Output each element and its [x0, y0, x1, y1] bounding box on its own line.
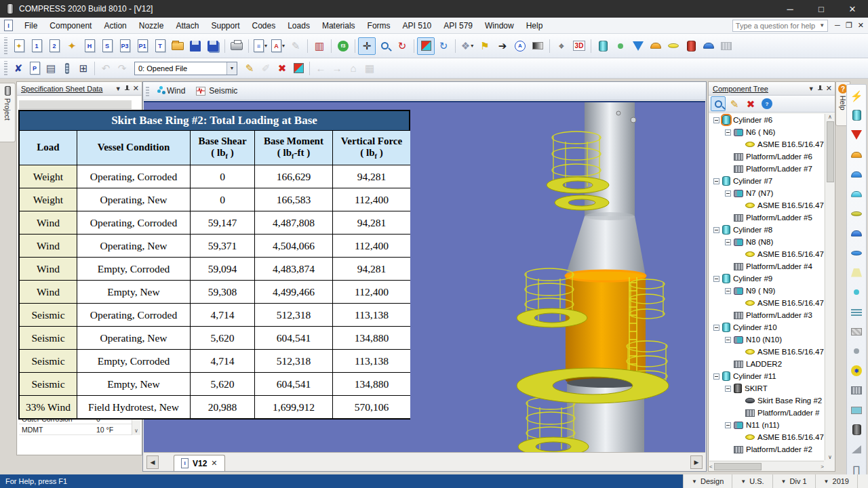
torispherical-head-icon[interactable] — [848, 147, 865, 162]
tree-vertical-scrollbar[interactable]: ∧ ∨ — [825, 114, 835, 460]
tree-expander-icon[interactable] — [713, 325, 719, 331]
stud-bolt-button[interactable] — [59, 60, 75, 77]
add-impeller-button[interactable] — [700, 37, 717, 55]
tree-item-platform-ladder-7[interactable]: Platform/Ladder #7 — [709, 163, 824, 175]
pin-icon[interactable] — [818, 85, 823, 92]
pin-icon[interactable] — [125, 85, 130, 92]
open-file-button[interactable] — [169, 37, 186, 55]
view-3d-button[interactable]: 3D — [570, 37, 588, 55]
flat-disc-icon[interactable] — [848, 245, 865, 260]
tree-item-cylinder-7[interactable]: Cylinder #7 — [709, 175, 824, 187]
chevron-down-icon[interactable]: ▼ — [226, 62, 237, 75]
child-restore-button[interactable]: ❐ — [846, 21, 852, 30]
view-cube-button[interactable]: ❖▾ — [458, 37, 476, 55]
design-wizard-button[interactable]: ✦ — [63, 37, 81, 55]
tab-scroll-left-button[interactable]: ◀ — [146, 455, 159, 469]
tree-expander-icon[interactable] — [725, 129, 731, 136]
flanged-ring-icon[interactable] — [848, 285, 865, 300]
child-minimize-button[interactable]: ─ — [835, 21, 840, 30]
tree-item-cylinder-9[interactable]: Cylinder #9 — [709, 272, 824, 285]
rotate-button[interactable]: ↻ — [393, 37, 411, 55]
panel-close-icon[interactable]: ✕ — [826, 84, 832, 93]
tree-item-n7-n7-[interactable]: N7 (N7) — [709, 187, 824, 199]
f3-run-button[interactable]: f3 — [334, 37, 352, 55]
tree-delete-button[interactable]: ✖ — [743, 96, 758, 111]
panel-menu-icon[interactable]: ▼ — [808, 85, 814, 92]
tab-wind[interactable]: Wind — [152, 84, 191, 98]
menu-loads[interactable]: Loads — [281, 19, 316, 33]
minimize-button[interactable]: ─ — [774, 0, 806, 18]
edit-pencil-button[interactable]: ✎ — [241, 60, 258, 77]
menu-forms[interactable]: Forms — [361, 19, 397, 33]
tree-item-cylinder-11[interactable]: Cylinder #11 — [709, 370, 824, 382]
scrollbar-thumb[interactable] — [827, 121, 834, 182]
elliptical-head-icon[interactable] — [848, 167, 865, 182]
tree-expander-icon[interactable] — [713, 276, 719, 282]
insert-flag-button[interactable] — [290, 60, 307, 77]
spec-row-mdmt[interactable]: MDMT10 °F — [19, 424, 132, 435]
doc-p3-button[interactable]: P3 — [116, 37, 134, 55]
menu-api-510[interactable]: API 510 — [397, 19, 438, 33]
menu-help[interactable]: Help — [520, 19, 549, 33]
scrollbar-thumb[interactable] — [714, 463, 762, 470]
tree-item-asme-b16-5-16-47[interactable]: ASME B16.5/16.47 — [709, 199, 824, 211]
tree-item-n8-n8-[interactable]: N8 (N8) — [709, 236, 824, 248]
redo-button[interactable]: ↷ — [114, 60, 130, 77]
add-head-button[interactable] — [647, 37, 665, 55]
edit-report-button[interactable]: ✎ — [287, 37, 304, 55]
tree-item-cylinder-10[interactable]: Cylinder #10 — [709, 321, 824, 333]
tree-item-platform-ladder-5[interactable]: Platform/Ladder #5 — [709, 211, 824, 224]
tree-item-n10-n10-[interactable]: N10 (N10) — [709, 333, 824, 346]
menu-file[interactable]: File — [18, 19, 43, 33]
home-button[interactable]: ⌂ — [345, 60, 361, 77]
status-segment-u-s-[interactable]: ▼U.S. — [732, 474, 772, 488]
menu-support[interactable]: Support — [205, 19, 245, 33]
tree-search-button[interactable] — [711, 96, 726, 111]
save-button[interactable] — [186, 37, 204, 55]
tree-item-asme-b16-5-16-47[interactable]: ASME B16.5/16.47 — [709, 297, 824, 309]
document-tab-v12[interactable]: I V12 ✕ — [174, 455, 225, 471]
undo-button[interactable]: ↶ — [98, 60, 114, 77]
support-skirt-icon[interactable] — [848, 422, 865, 437]
tree-item-asme-b16-5-16-47[interactable]: ASME B16.5/16.47 — [709, 346, 824, 358]
bolted-flange-icon[interactable]: ✱ — [848, 363, 865, 378]
shading-button[interactable] — [529, 37, 547, 55]
tab-scroll-right-button[interactable]: ▶ — [690, 455, 703, 469]
tree-item-cylinder-8[interactable]: Cylinder #8 — [709, 224, 824, 236]
pan-button[interactable]: ✛ — [358, 37, 376, 55]
solid-model-button[interactable]: ▥ — [311, 37, 328, 55]
add-flange-button[interactable] — [665, 37, 682, 55]
tree-item-platform-ladder-4[interactable]: Platform/Ladder #4 — [709, 260, 824, 272]
page-2-button[interactable]: 2 — [45, 37, 63, 55]
menu-window[interactable]: Window — [479, 19, 520, 33]
hemispherical-head-icon[interactable] — [848, 186, 865, 201]
properties-doc-button[interactable]: P — [26, 60, 43, 77]
add-cone-button[interactable] — [629, 37, 647, 55]
flat-head-icon[interactable] — [848, 206, 865, 221]
datasheet-button[interactable]: ▤ — [43, 60, 59, 77]
add-cylinder-button[interactable] — [594, 37, 612, 55]
add-nozzle-button[interactable] — [682, 37, 700, 55]
scroll-left-icon[interactable]: < — [709, 464, 713, 470]
status-segment-design[interactable]: ▼Design — [683, 474, 732, 488]
panel-menu-icon[interactable]: ▼ — [115, 85, 121, 92]
new-vessel-button[interactable]: ✦ — [10, 37, 28, 55]
export-grid-button[interactable]: ⊞ — [75, 60, 92, 77]
tree-item-n9-n9-[interactable]: N9 ( N9) — [709, 285, 824, 297]
maximize-button[interactable]: □ — [806, 0, 837, 18]
menu-attach[interactable]: Attach — [170, 19, 205, 33]
tree-help-button[interactable]: ? — [760, 96, 774, 111]
menu-api-579[interactable]: API 579 — [437, 19, 479, 33]
tree-horizontal-scrollbar[interactable]: < > — [709, 461, 824, 471]
vessel-orientation-button[interactable]: ⌖ — [553, 37, 570, 55]
measure-button[interactable] — [417, 37, 435, 55]
add-elbow-button[interactable] — [612, 37, 629, 55]
report-button[interactable]: ≡▾ — [252, 37, 269, 55]
tree-expander-icon[interactable] — [725, 190, 731, 197]
opened-file-combobox[interactable]: 0: Opened File▼ — [134, 62, 237, 75]
cylinder-component-icon[interactable] — [848, 108, 865, 123]
tab-close-icon[interactable]: ✕ — [211, 459, 217, 468]
tree-expander-icon[interactable] — [725, 239, 731, 245]
datum-button[interactable]: ➔ — [494, 37, 511, 55]
tree-item-asme-b16-5-16-47[interactable]: ASME B16.5/16.47 — [709, 248, 824, 260]
